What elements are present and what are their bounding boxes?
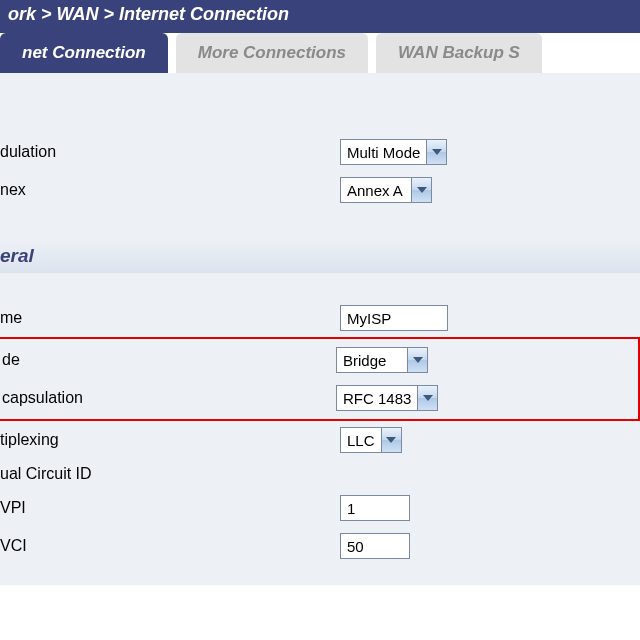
label-vci: VCI: [0, 537, 340, 555]
breadcrumb: ork > WAN > Internet Connection: [0, 0, 640, 33]
label-annex: nex: [0, 181, 340, 199]
select-encapsulation[interactable]: RFC 1483: [336, 385, 438, 411]
label-modulation: dulation: [0, 143, 340, 161]
chevron-down-icon: [407, 348, 427, 372]
chevron-down-icon: [417, 386, 437, 410]
select-encapsulation-value: RFC 1483: [337, 386, 417, 410]
label-virtual-circuit-id: ual Circuit ID: [0, 465, 340, 483]
select-annex-value: Annex A: [341, 178, 411, 202]
input-name[interactable]: [340, 305, 448, 331]
section-general-heading: eral: [0, 239, 640, 273]
label-vpi: VPI: [0, 499, 340, 517]
label-mode: de: [2, 351, 336, 369]
chevron-down-icon: [411, 178, 431, 202]
label-name: me: [0, 309, 340, 327]
tab-more-connections[interactable]: More Connections: [176, 33, 368, 73]
input-vci[interactable]: [340, 533, 410, 559]
settings-panel: dulation Multi Mode nex Annex A eral me: [0, 73, 640, 585]
select-mode[interactable]: Bridge: [336, 347, 428, 373]
select-multiplexing-value: LLC: [341, 428, 381, 452]
label-multiplexing: tiplexing: [0, 431, 340, 449]
chevron-down-icon: [426, 140, 446, 164]
tab-internet-connection[interactable]: net Connection: [0, 33, 168, 73]
chevron-down-icon: [381, 428, 401, 452]
select-modulation[interactable]: Multi Mode: [340, 139, 447, 165]
label-encapsulation: capsulation: [2, 389, 336, 407]
select-mode-value: Bridge: [337, 348, 407, 372]
select-annex[interactable]: Annex A: [340, 177, 432, 203]
tab-wan-backup[interactable]: WAN Backup S: [376, 33, 542, 73]
input-vpi[interactable]: [340, 495, 410, 521]
select-multiplexing[interactable]: LLC: [340, 427, 402, 453]
tab-bar: net Connection More Connections WAN Back…: [0, 33, 640, 73]
highlight-box: de Bridge capsulation RFC 1483: [0, 337, 640, 421]
select-modulation-value: Multi Mode: [341, 140, 426, 164]
